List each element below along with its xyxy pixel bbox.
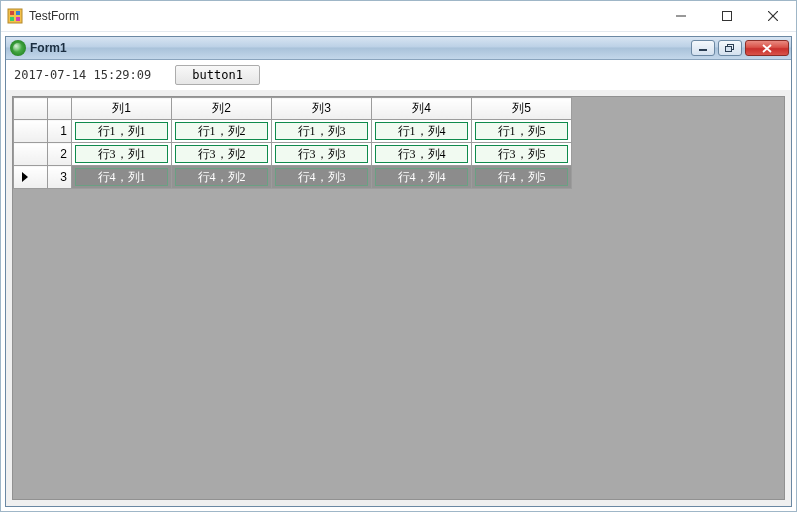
svg-rect-4 [16,17,20,21]
table-row[interactable]: 1 行1，列1 行1，列2 行1，列3 行1，列4 行1，列5 [14,120,572,143]
cell[interactable]: 行3，列3 [272,143,372,166]
table-row[interactable]: 3 行4，列1 行4，列2 行4，列3 行4，列4 行4，列5 [14,166,572,189]
svg-rect-9 [699,49,707,51]
svg-rect-11 [726,47,732,52]
row-number[interactable]: 2 [48,143,72,166]
cell[interactable]: 行3，列2 [172,143,272,166]
svg-rect-6 [723,12,732,21]
row-number[interactable]: 1 [48,120,72,143]
datagrid[interactable]: 列1 列2 列3 列4 列5 1 行1，列1 [12,96,785,500]
mdi-minimize-button[interactable] [691,40,715,56]
cell[interactable]: 行4，列5 [472,166,572,189]
column-header[interactable]: 列4 [372,98,472,120]
minimize-button[interactable] [658,1,704,31]
cell[interactable]: 行4，列2 [172,166,272,189]
cell[interactable]: 行1，列2 [172,120,272,143]
cell[interactable]: 行3，列4 [372,143,472,166]
close-button[interactable] [750,1,796,31]
maximize-button[interactable] [704,1,750,31]
cell[interactable]: 行3，列1 [72,143,172,166]
row-header[interactable] [14,166,48,189]
cell[interactable]: 行1，列1 [72,120,172,143]
child-titlebar[interactable]: Form1 [6,37,791,60]
outer-titlebar[interactable]: TestForm [1,1,796,32]
svg-rect-2 [16,11,20,15]
column-header[interactable]: 列3 [272,98,372,120]
datagrid-table: 列1 列2 列3 列4 列5 1 行1，列1 [13,97,572,189]
button1[interactable]: button1 [175,65,260,85]
column-header[interactable]: 列2 [172,98,272,120]
svg-rect-1 [10,11,14,15]
app-icon [7,8,23,24]
row-header[interactable] [14,143,48,166]
column-header[interactable]: 列5 [472,98,572,120]
timestamp-label: 2017-07-14 15:29:09 [14,68,151,82]
cell[interactable]: 行1，列5 [472,120,572,143]
cell[interactable]: 行1，列3 [272,120,372,143]
datagrid-header-row: 列1 列2 列3 列4 列5 [14,98,572,120]
form-client: 2017-07-14 15:29:09 button1 列1 列2 列3 [6,60,791,506]
cell[interactable]: 行3，列5 [472,143,572,166]
row-header[interactable] [14,120,48,143]
row-indicator-icon [22,172,28,182]
row-number[interactable]: 3 [48,166,72,189]
toolbar: 2017-07-14 15:29:09 button1 [6,60,791,90]
datagrid-rownum-header[interactable] [48,98,72,120]
form-icon [10,40,26,56]
cell[interactable]: 行4，列4 [372,166,472,189]
svg-rect-3 [10,17,14,21]
table-row[interactable]: 2 行3，列1 行3，列2 行3，列3 行3，列4 行3，列5 [14,143,572,166]
cell[interactable]: 行4，列3 [272,166,372,189]
mdi-client-area: Form1 2017-07-14 15:29:09 button1 [1,32,796,511]
child-window: Form1 2017-07-14 15:29:09 button1 [5,36,792,507]
app-window: TestForm Form1 [0,0,797,512]
datagrid-corner[interactable] [14,98,48,120]
column-header[interactable]: 列1 [72,98,172,120]
child-window-title: Form1 [30,41,688,55]
mdi-restore-button[interactable] [718,40,742,56]
cell[interactable]: 行1，列4 [372,120,472,143]
mdi-close-button[interactable] [745,40,789,56]
cell[interactable]: 行4，列1 [72,166,172,189]
outer-window-title: TestForm [29,9,658,23]
